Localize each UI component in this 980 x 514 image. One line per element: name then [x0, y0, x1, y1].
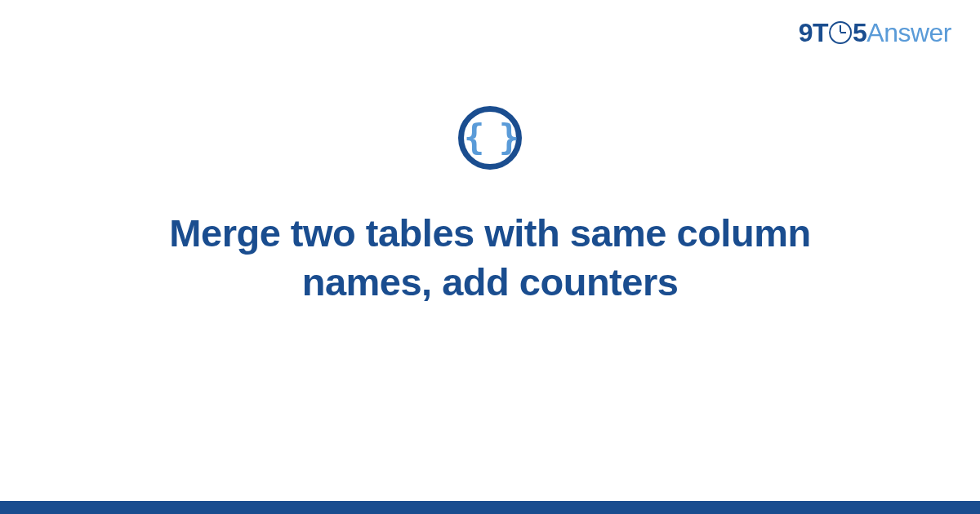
- page-title: Merge two tables with same column names,…: [122, 209, 858, 307]
- category-icon-circle: { }: [458, 106, 522, 170]
- braces-icon: { }: [464, 121, 516, 155]
- main-content: { } Merge two tables with same column na…: [0, 106, 980, 307]
- footer-bar: [0, 501, 980, 514]
- logo-prefix: 9T: [799, 18, 828, 47]
- clock-icon: [829, 21, 852, 44]
- logo-word: Answer: [866, 18, 951, 47]
- logo-suffix: 5: [853, 18, 866, 47]
- site-logo: 9T5Answer: [799, 18, 951, 48]
